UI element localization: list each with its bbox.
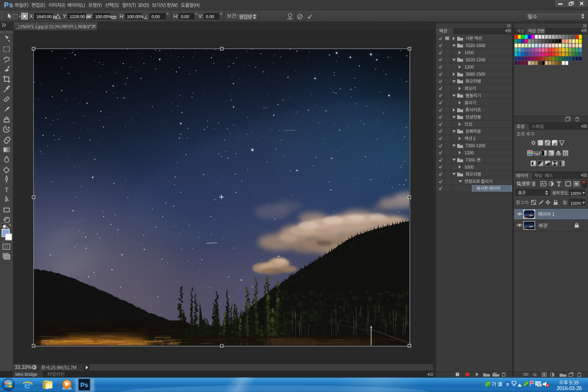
svg-text:e: e xyxy=(24,378,30,391)
svg-text:.: . xyxy=(555,374,556,377)
svg-text:?: ? xyxy=(506,382,509,387)
svg-text:T: T xyxy=(5,186,9,194)
svg-text:Ps: Ps xyxy=(80,381,88,389)
svg-text:fx.: fx. xyxy=(533,372,538,377)
